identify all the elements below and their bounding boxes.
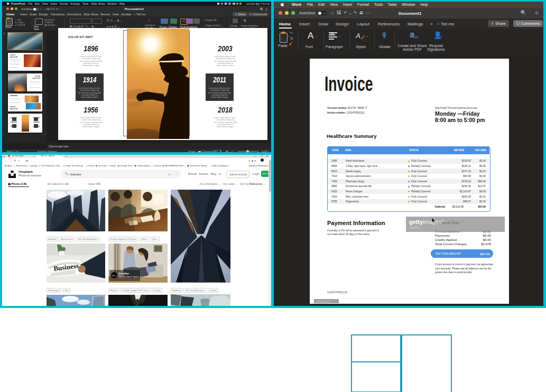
svg-text:Docu: Docu [112, 275, 116, 277]
svg-text:The #1 way to agree ↗: The #1 way to agree ↗ [118, 275, 141, 278]
svg-text:DocuSign: DocuSign [118, 272, 129, 275]
